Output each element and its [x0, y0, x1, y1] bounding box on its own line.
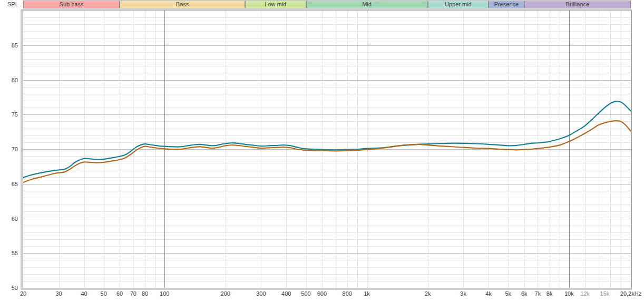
- x-tick-label: 800: [343, 290, 352, 297]
- orange-curve: [23, 121, 631, 182]
- band-label: Low mid: [265, 1, 286, 8]
- y-tick-label: 50: [0, 285, 18, 291]
- frequency-axis-labels: 203040506070801002003004005006008001k2k3…: [23, 290, 631, 298]
- x-tick-label: 400: [281, 290, 291, 297]
- x-tick-label: 8k: [547, 290, 553, 297]
- band-presence: Presence: [489, 1, 524, 8]
- x-tick-label: 500: [301, 290, 310, 297]
- band-label: Bass: [176, 1, 189, 8]
- x-tick-label: 10k: [564, 290, 574, 297]
- chart-canvas: [23, 11, 631, 288]
- x-tick-label: 2k: [425, 290, 431, 297]
- x-tick-label: 60: [116, 290, 123, 297]
- band-label: Upper mid: [445, 1, 472, 8]
- x-tick-label: 100: [160, 290, 169, 297]
- x-tick-label: 50: [101, 290, 107, 297]
- y-tick-label: 60: [0, 216, 18, 222]
- x-tick-label: 200: [221, 290, 230, 297]
- frequency-response-chart: SPL Sub bass Bass Low mid Mid Upper mid …: [0, 0, 644, 301]
- frequency-band-header: Sub bass Bass Low mid Mid Upper mid Pres…: [23, 1, 632, 8]
- x-tick-label: 6k: [521, 290, 528, 297]
- y-tick-label: 75: [0, 111, 18, 118]
- x-tick-label: 5k: [505, 290, 511, 297]
- x-tick-label: 7k: [535, 290, 541, 297]
- y-tick-label: 80: [0, 77, 18, 83]
- band-brilliance: Brilliance: [524, 1, 631, 8]
- band-mid: Mid: [306, 1, 428, 8]
- x-tick-label: 80: [142, 290, 148, 297]
- x-tick-label: 3k: [460, 290, 466, 297]
- x-tick-label: 30: [55, 290, 62, 297]
- teal-curve: [23, 101, 631, 178]
- x-tick-label: 12k: [580, 290, 590, 297]
- band-sub-bass: Sub bass: [23, 1, 120, 8]
- band-label: Mid: [362, 1, 372, 8]
- x-tick-label: 15k: [600, 290, 610, 297]
- x-tick-label: 70: [130, 290, 136, 297]
- y-tick-label: 70: [0, 146, 18, 152]
- plot-area: [21, 9, 632, 290]
- spl-axis-labels: 8580757065605550: [0, 11, 21, 288]
- band-upper-mid: Upper mid: [428, 1, 489, 8]
- x-tick-label: 1k: [364, 290, 370, 297]
- band-label: Sub bass: [60, 1, 84, 8]
- y-tick-label: 55: [0, 250, 18, 256]
- x-tick-label: 4k: [485, 290, 492, 297]
- band-bass: Bass: [120, 1, 245, 8]
- y-tick-label: 65: [0, 181, 18, 187]
- x-tick-label: 40: [81, 290, 87, 297]
- x-tick-label: 20: [20, 290, 26, 297]
- band-low-mid: Low mid: [245, 1, 306, 8]
- band-label: Brilliance: [566, 1, 590, 8]
- band-label: Presence: [494, 1, 519, 8]
- x-tick-label: 20,2kHz: [620, 290, 641, 297]
- x-tick-label: 300: [256, 290, 266, 297]
- y-tick-label: 85: [0, 42, 18, 48]
- spl-axis-title: SPL: [7, 1, 18, 7]
- x-tick-label: 600: [317, 290, 327, 297]
